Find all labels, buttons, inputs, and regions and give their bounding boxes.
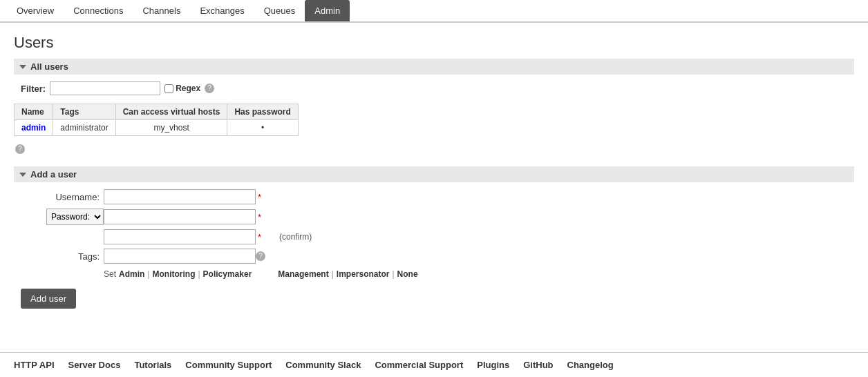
users-table: Name Tags Can access virtual hosts Has p… <box>14 104 299 136</box>
nav-admin[interactable]: Admin <box>305 0 350 21</box>
tag-impersonator[interactable]: Impersonator <box>337 269 390 279</box>
col-vhosts: Can access virtual hosts <box>115 104 227 120</box>
set-tags-row: Set Admin | Monitoring | Policymaker Man… <box>104 269 854 279</box>
nav-exchanges[interactable]: Exchanges <box>190 0 254 21</box>
username-label: Username: <box>21 192 104 202</box>
user-tags: administrator <box>53 120 115 136</box>
nav-channels[interactable]: Channels <box>133 0 190 21</box>
col-name: Name <box>15 104 53 120</box>
tags-input[interactable] <box>104 249 256 264</box>
col-tags: Tags <box>53 104 115 120</box>
tags-help-icon[interactable]: ? <box>256 251 265 261</box>
username-input[interactable] <box>104 189 256 204</box>
set-label: Set <box>104 269 116 279</box>
password-input[interactable] <box>104 209 256 224</box>
tag-monitoring[interactable]: Monitoring <box>152 269 195 279</box>
table-row: admin administrator my_vhost • <box>15 120 299 136</box>
nav-connections[interactable]: Connections <box>64 0 133 21</box>
confirm-text: (confirm) <box>276 232 854 242</box>
add-user-section-header: Add a user <box>14 166 854 182</box>
password-confirm-required: * <box>256 232 276 242</box>
collapse-icon[interactable] <box>19 65 26 69</box>
user-vhosts: my_vhost <box>115 120 227 136</box>
username-required: * <box>256 192 276 202</box>
tag-policymaker[interactable]: Policymaker <box>203 269 252 279</box>
password-confirm-input[interactable] <box>104 229 256 244</box>
password-label-cell: Password:LDAP: <box>21 209 104 225</box>
filter-row: Filter: Regex ? <box>14 81 854 95</box>
nav-bar: Overview Connections Channels Exchanges … <box>0 0 868 23</box>
password-required: * <box>256 212 276 222</box>
all-users-section-header: All users <box>14 59 854 75</box>
filter-help-icon[interactable]: ? <box>205 84 214 93</box>
add-user-button[interactable]: Add user <box>21 289 76 309</box>
tag-management[interactable]: Management <box>278 269 328 279</box>
regex-label: Regex <box>164 84 200 93</box>
regex-checkbox[interactable] <box>164 84 173 93</box>
nav-overview[interactable]: Overview <box>7 0 64 21</box>
add-user-form: Username: * Password:LDAP: * * (confirm)… <box>14 189 854 279</box>
collapse-add-icon[interactable] <box>19 173 26 177</box>
tags-label: Tags: <box>21 251 104 262</box>
col-password: Has password <box>227 104 298 120</box>
tag-admin[interactable]: Admin <box>119 269 144 279</box>
page-title: Users <box>14 34 854 52</box>
filter-label: Filter: <box>21 84 46 94</box>
user-name[interactable]: admin <box>15 120 53 136</box>
add-user-section: Add a user Username: * Password:LDAP: * … <box>14 166 854 309</box>
password-type-select[interactable]: Password:LDAP: <box>46 209 104 225</box>
page-content: Users All users Filter: Regex ? Name Tag… <box>0 23 868 320</box>
filter-input[interactable] <box>50 81 160 95</box>
add-user-label: Add a user <box>30 169 77 180</box>
table-help-icon[interactable]: ? <box>15 144 25 154</box>
user-has-password: • <box>227 120 298 136</box>
tag-none[interactable]: None <box>397 269 418 279</box>
nav-queues[interactable]: Queues <box>254 0 305 21</box>
all-users-label: All users <box>30 61 68 72</box>
